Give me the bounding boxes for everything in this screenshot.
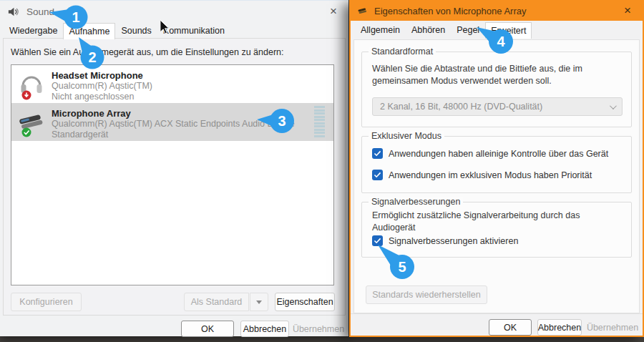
close-icon[interactable]: ×: [617, 1, 638, 20]
microphone-array-icon: [19, 108, 44, 138]
chevron-down-icon: [610, 102, 617, 109]
speaker-icon: [7, 6, 19, 18]
tab-abhoeren[interactable]: Abhören: [406, 22, 451, 38]
ok-button[interactable]: OK: [181, 321, 234, 337]
cancel-button[interactable]: Abbrechen: [537, 319, 582, 336]
exclusive-priority-checkbox-row[interactable]: Anwendungen im exklusiven Modus haben Pr…: [372, 170, 592, 180]
mouse-cursor-icon: [159, 19, 170, 35]
group-label: Signalverbesserungen: [369, 197, 463, 207]
svg-text:2: 2: [88, 49, 96, 65]
standardformat-group: Standardformat Wählen Sie die Abtastrate…: [361, 52, 632, 127]
callout-3: 3: [255, 106, 296, 136]
svg-text:4: 4: [497, 34, 505, 49]
format-dropdown[interactable]: 2 Kanal, 16 Bit, 48000 Hz (DVD-Qualität): [372, 97, 623, 116]
properties-button[interactable]: Eigenschaften: [275, 293, 335, 311]
dropdown-arrow-icon: [256, 301, 262, 304]
tab-sounds[interactable]: Sounds: [115, 23, 157, 39]
footer-separator: [351, 313, 643, 314]
default-badge-icon: [22, 128, 31, 137]
properties-titlebar: Eigenschaften von Microphone Array ×: [351, 1, 643, 21]
group-label: Exklusiver Modus: [369, 131, 444, 141]
checkbox-label: Anwendungen im exklusiven Modus haben Pr…: [389, 170, 592, 180]
microphone-icon: [357, 6, 368, 16]
set-default-button[interactable]: Als Standard: [184, 293, 249, 311]
checkbox-checked-icon[interactable]: [372, 170, 383, 180]
device-list: Headset Microphone Qualcomm(R) Aqstic(TM…: [11, 64, 334, 285]
device-name: Headset Microphone: [52, 70, 328, 81]
callout-5: 5: [375, 242, 416, 280]
sound-dialog: Sound × Wiedergabe Aufnahme Sounds Kommu…: [0, 0, 348, 336]
restore-defaults-button[interactable]: Standards wiederherstellen: [366, 285, 487, 304]
headset-icon: [19, 70, 44, 100]
set-default-dropdown-button[interactable]: [250, 293, 268, 311]
device-status: Nicht angeschlossen: [52, 92, 328, 102]
svg-text:1: 1: [72, 9, 79, 25]
apply-button[interactable]: Übernehmen: [293, 321, 344, 337]
device-detail: Qualcomm(R) Aqstic(TM): [52, 81, 328, 92]
enhancements-description: Ermöglicht zusätzliche Signalverarbeitun…: [372, 210, 623, 234]
tab-allgemein[interactable]: Allgemein: [355, 22, 406, 38]
device-row-headset[interactable]: Headset Microphone Qualcomm(R) Aqstic(TM…: [11, 65, 333, 103]
close-icon[interactable]: ×: [323, 2, 344, 21]
dialog-title: Eigenschaften von Microphone Array: [374, 6, 526, 16]
checkbox-label: Anwendungen haben alleinige Kontrolle üb…: [389, 149, 608, 159]
callout-2: 2: [74, 34, 109, 72]
configure-button[interactable]: Konfigurieren: [11, 293, 82, 311]
format-dropdown-value: 2 Kanal, 16 Bit, 48000 Hz (DVD-Qualität): [380, 102, 542, 112]
callout-4: 4: [474, 24, 515, 57]
apply-button[interactable]: Übernehmen: [587, 319, 638, 336]
recording-tab-page: Wählen Sie ein Aufnahmegerät aus, um die…: [3, 38, 346, 316]
ok-button[interactable]: OK: [489, 319, 532, 336]
instruction-text: Wählen Sie ein Aufnahmegerät aus, um die…: [11, 47, 284, 57]
cancel-button[interactable]: Abbrechen: [240, 321, 289, 337]
checkbox-checked-icon[interactable]: [372, 148, 383, 159]
svg-text:5: 5: [398, 259, 406, 275]
exclusive-control-checkbox-row[interactable]: Anwendungen haben alleinige Kontrolle üb…: [372, 148, 608, 159]
svg-text:3: 3: [278, 113, 286, 129]
callout-1: 1: [47, 3, 89, 31]
level-meter: [314, 106, 325, 137]
desktop: { "colors": { "callout_blue": "#2e9ce9",…: [0, 0, 644, 342]
group-label: Standardformat: [369, 47, 436, 57]
exclusive-mode-group: Exklusiver Modus Anwendungen haben allei…: [361, 136, 632, 193]
standardformat-description: Wählen Sie die Abtastrate und die Bittie…: [372, 63, 615, 87]
